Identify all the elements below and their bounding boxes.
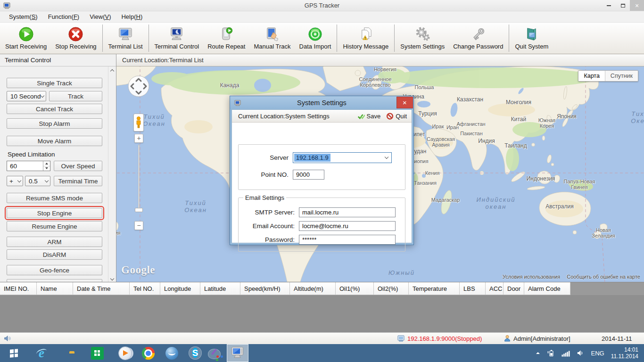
column-header[interactable]: Oil2(%) [374,282,409,295]
route-repeat-icon [219,26,234,42]
email-account-input[interactable]: locme@locme.ru [299,221,396,231]
taskbar-windows-store[interactable] [86,344,108,362]
stop-alarm-button[interactable]: Stop Alarm [7,118,102,129]
close-button[interactable]: × [630,0,644,11]
history-message-button[interactable]: History Message [339,23,393,54]
cancel-track-button[interactable]: Cancel Track [7,104,102,114]
map-pan-control[interactable] [127,75,150,98]
terminal-control-button[interactable]: Terminal Control [150,23,204,54]
data-import-button[interactable]: Data Import [295,23,336,54]
report-error-link[interactable]: Сообщить об ошибке на карте [567,274,640,280]
quit-button[interactable]: Quit [386,113,407,120]
column-header[interactable]: Tel NO. [130,282,160,295]
menu-view[interactable]: View(V) [84,12,116,22]
server-select[interactable]: 192.168.1.9 [293,152,392,163]
dialog-title: System Settings [230,99,413,107]
single-track-button[interactable]: Single Track [7,78,102,88]
terms-link[interactable]: Условия использования [503,274,560,280]
smtp-server-input[interactable]: mail.locme.ru [299,207,396,217]
minimize-button[interactable] [602,0,616,11]
taskbar-media-player[interactable] [114,344,136,362]
zoom-slider-handle[interactable] [135,208,143,212]
column-header[interactable]: Latitude [200,282,240,295]
resume-engine-button[interactable]: Resume Engine [7,221,102,231]
toolbar: Start ReceivingStop ReceivingTerminal Li… [0,23,644,54]
stop-receiving-button[interactable]: Stop Receiving [51,23,100,54]
terminal-list-button[interactable]: Terminal List [104,23,147,54]
data-grid-header: IMEI NO.NameDate & TimeTel NO.LongitudeL… [0,282,644,295]
column-header[interactable]: Temperature [409,282,460,295]
geo-fence-button[interactable]: Geo-fence [7,265,102,275]
save-button[interactable]: Save [357,113,381,120]
column-header[interactable]: Longitude [160,282,200,295]
panel-scrollbar[interactable] [108,66,116,282]
track-interval-select[interactable]: 10 Second [7,91,46,101]
map-type-satellite-button[interactable]: Спутник [605,71,638,81]
audio-status [4,333,11,344]
column-header[interactable]: Oil1(%) [336,282,374,295]
start-receiving-button[interactable]: Start Receiving [1,23,51,54]
change-password-button[interactable]: Change Password [449,23,507,54]
network-signal-icon[interactable] [561,350,570,357]
taskbar-skype[interactable]: S [189,346,202,360]
move-alarm-button[interactable]: Move Alarm [7,136,102,146]
point-no-input[interactable]: 9000 [293,170,324,180]
scroll-down-icon[interactable] [110,277,114,280]
stop-engine-button[interactable]: Stop Engine [7,208,102,218]
over-speed-button[interactable]: Over Speed [54,161,102,171]
speed-limit-stepper[interactable]: 60 [7,161,50,171]
map-type-map-button[interactable]: Карта [578,71,604,81]
tray-expand-icon[interactable] [536,351,540,355]
resume-sms-mode-button[interactable]: Resume SMS mode [7,193,102,203]
taskbar-paint[interactable] [208,349,221,359]
track-button[interactable]: Track [49,91,102,101]
data-grid-body[interactable] [0,295,644,332]
track-interval-value: 10 Second [10,93,41,100]
taskbar-openoffice[interactable] [161,344,182,362]
scroll-up-icon[interactable] [110,69,114,73]
taskbar-internet-explorer[interactable]: e [31,344,52,362]
terminal-time-button[interactable]: Terminal Time [54,176,102,186]
battery-icon[interactable] [547,349,555,357]
column-header[interactable]: Name [37,282,73,295]
menu-function[interactable]: Function(F) [43,12,85,22]
route-repeat-button[interactable]: Route Repeat [203,23,249,54]
menu-help[interactable]: Help(H) [116,12,148,22]
column-header[interactable]: Door [504,282,524,295]
disarm-button[interactable]: DisARM [7,249,102,260]
column-header[interactable]: LBS [460,282,486,295]
taskbar-windows-start[interactable] [3,344,25,362]
password-input[interactable]: ****** [299,235,396,245]
dialog-titlebar[interactable]: System Settings × [230,96,413,109]
timezone-offset-select[interactable]: 0.5 [25,176,50,186]
speaker-icon [4,335,11,342]
zoom-slider-track[interactable] [138,145,140,211]
dialog-close-button[interactable]: × [396,97,413,108]
column-header[interactable]: Date & Time [73,282,130,295]
language-indicator[interactable]: ENG [591,350,604,357]
maximize-button[interactable] [616,0,630,11]
timezone-sign-select[interactable]: + [7,176,23,186]
column-header[interactable]: IMEI NO. [0,282,37,295]
taskbar-clock[interactable]: 14:01 11.11.2014 [611,346,638,360]
taskbar-file-explorer[interactable] [58,344,80,362]
zoom-in-button[interactable]: + [134,134,143,143]
volume-icon[interactable] [577,350,585,356]
column-header[interactable]: Speed(km/H) [240,282,290,295]
window-titlebar[interactable]: GPS Tracker × [0,0,644,11]
taskbar-apps: eS [3,344,248,362]
column-header[interactable]: Alarm Code [524,282,570,295]
system-settings-button[interactable]: System Settings [396,23,449,54]
menu-system[interactable]: System(S) [4,12,43,22]
column-header[interactable]: Altitude(m) [290,282,336,295]
column-header[interactable]: ACC [486,282,504,295]
arm-button[interactable]: ARM [7,237,102,247]
taskbar-gps-tracker[interactable] [227,344,248,362]
server-group: Server 192.168.1.9 Point NO. 9000 [238,144,405,190]
manual-track-button[interactable]: Manual Track [249,23,295,54]
street-view-pegman[interactable] [133,114,144,132]
stepper-arrows[interactable] [43,161,50,171]
zoom-out-button[interactable]: − [134,221,143,230]
quit-system-button[interactable]: Quit System [511,23,553,54]
taskbar-chrome[interactable] [142,347,155,360]
